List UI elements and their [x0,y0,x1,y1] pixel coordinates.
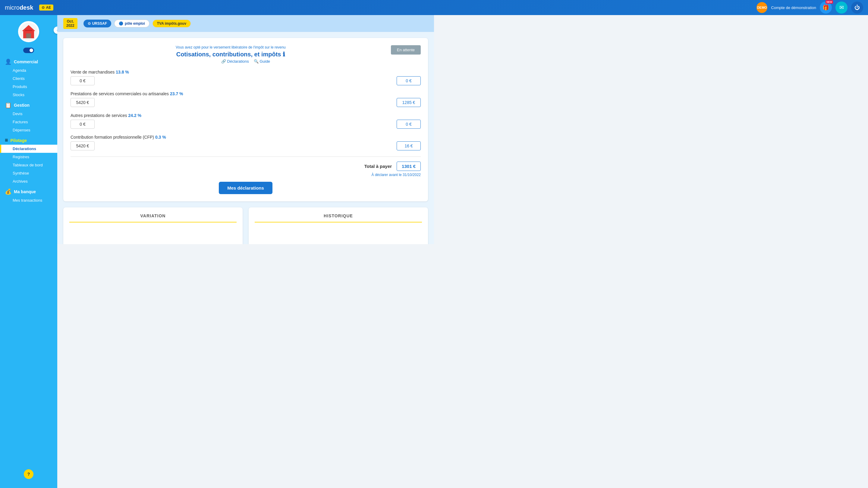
decl-row-prestations: Prestations de services commerciales ou … [70,91,421,107]
app-logo: microdesk [5,4,33,11]
svg-rect-2 [26,33,31,38]
cfp-input[interactable]: 5420 € [70,141,95,150]
user-avatar [18,21,39,42]
commercial-label: Commercial [14,59,38,64]
sidebar-item-tableaux-de-bord[interactable]: Tableaux de bord [0,161,57,169]
org-logos: ⊙ URSSAF 🔵 pôle emploi TVA impôts.gouv [84,20,191,27]
decl-row-autres: Autres prestations de services 24.2 % 0 … [70,113,421,129]
sidebar-item-produits[interactable]: Produits [0,83,57,91]
prestations-input[interactable]: 5420 € [70,98,95,107]
sidebar-section-ma-banque[interactable]: 💰 Ma banque [0,185,57,196]
pilotage-icon: ≡ [5,137,8,144]
mes-declarations-button[interactable]: Mes déclarations [219,182,273,194]
autres-input[interactable]: 0 € [70,120,95,129]
main-content: Oct. 2022 ⊙ URSSAF 🔵 pôle emploi TVA imp… [57,15,434,244]
ae-badge[interactable]: AE [39,4,53,10]
date-navigation: Oct. 2022 ⊙ URSSAF 🔵 pôle emploi TVA imp… [57,15,434,32]
variation-chart: 1.0 [69,226,237,244]
sidebar-item-factures[interactable]: Factures [0,118,57,126]
bottom-section: VARIATION 1.0 HISTORIQUE [63,207,428,244]
pole-emploi-logo[interactable]: 🔵 pôle emploi [114,20,150,27]
top-navigation: microdesk AE DEMO Compte de démonstratio… [0,0,434,15]
cfp-inputs: 5420 € 16 € [70,141,421,150]
prestations-result: 1285 € [397,98,421,107]
total-area: Total à payer 1301 € [70,161,421,171]
info-subtitle: Vous avez opté pour le versement libérat… [70,45,421,50]
decl-row-vente: Vente de marchandises 13.8 % 0 € 0 € [70,70,421,85]
cfp-result: 16 € [397,141,421,150]
commercial-icon: 👤 [5,59,11,65]
gestion-label: Gestion [14,103,30,108]
sidebar-collapse-btn[interactable]: ‹ [54,27,57,34]
banque-label: Ma banque [14,189,36,194]
banque-icon: 💰 [5,188,11,195]
toggle-area [0,45,57,56]
vente-input[interactable]: 0 € [70,76,95,85]
svg-rect-3 [25,30,32,31]
variation-divider [69,222,237,222]
historique-chart-card: HISTORIQUE [249,207,428,244]
info-links: 🔗 Déclarations 🔍 Guide [70,59,421,64]
sidebar: ‹ 👤 Commercial Agenda Clients Produits S… [0,15,57,244]
sidebar-item-clients[interactable]: Clients [0,74,57,83]
prestations-inputs: 5420 € 1285 € [70,98,421,107]
cfp-label: Contribution formation professionnelle (… [70,135,421,140]
vente-result: 0 € [397,76,421,85]
sidebar-item-synthese[interactable]: Synthèse [0,169,57,177]
sidebar-item-mes-transactions[interactable]: Mes transactions [0,196,57,204]
declare-note: À déclarer avant le 31/10/2022 [70,173,421,177]
decl-row-cfp: Contribution formation professionnelle (… [70,135,421,150]
sidebar-item-agenda[interactable]: Agenda [0,66,57,74]
total-label: Total à payer [364,164,392,169]
year-label: 2022 [66,24,74,28]
sidebar-item-depenses[interactable]: Dépenses [0,126,57,134]
sidebar-item-stocks[interactable]: Stocks [0,91,57,99]
divider [70,156,421,157]
sidebar-item-devis[interactable]: Devis [0,110,57,118]
prestations-label: Prestations de services commerciales ou … [70,91,421,96]
month-label: Oct. [66,19,74,24]
tva-logo[interactable]: TVA impôts.gouv [153,20,191,27]
guide-link[interactable]: 🔍 Guide [254,59,270,64]
info-title: Cotisations, contributions, et impôts ℹ [70,51,421,58]
en-attente-button[interactable]: En attente [391,45,421,55]
historique-title: HISTORIQUE [255,213,422,218]
autres-result: 0 € [397,120,421,129]
info-banner: Vous avez opté pour le versement libérat… [70,45,421,64]
sidebar-section-pilotage[interactable]: ≡ Pilotage [0,134,57,145]
declarations-card: En attente Vous avez opté pour le versem… [63,38,428,201]
total-value: 1301 € [397,161,421,171]
declarations-link[interactable]: 🔗 Déclarations [221,59,249,64]
vente-inputs: 0 € 0 € [70,76,421,85]
gestion-icon: 📋 [5,102,11,109]
autres-label: Autres prestations de services 24.2 % [70,113,421,118]
autres-inputs: 0 € 0 € [70,120,421,129]
toggle-switch[interactable] [23,48,34,53]
historique-chart [255,226,422,244]
sidebar-item-registres[interactable]: Registres [0,153,57,161]
sidebar-section-gestion[interactable]: 📋 Gestion [0,99,57,110]
sidebar-item-declarations[interactable]: Déclarations [0,145,57,153]
pilotage-label: Pilotage [10,138,27,143]
variation-title: VARIATION [69,213,237,218]
date-badge[interactable]: Oct. 2022 [63,18,78,29]
sidebar-section-commercial[interactable]: 👤 Commercial [0,56,57,66]
vente-label: Vente de marchandises 13.8 % [70,70,421,74]
variation-chart-card: VARIATION 1.0 [63,207,243,244]
urssaf-logo[interactable]: ⊙ URSSAF [84,20,111,27]
content-area: En attente Vous avez opté pour le versem… [57,32,434,244]
sidebar-item-archives[interactable]: Archives [0,177,57,185]
historique-divider [255,222,422,222]
avatar-area: ‹ [0,15,57,45]
